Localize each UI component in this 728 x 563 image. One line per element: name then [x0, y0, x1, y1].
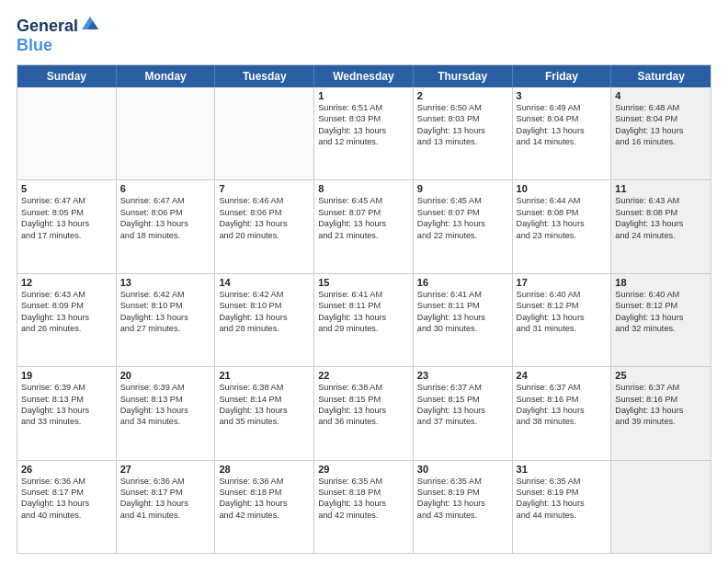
cell-line: Sunrise: 6:35 AM: [318, 476, 409, 487]
cell-line: Sunrise: 6:42 AM: [219, 289, 310, 300]
cell-line: Daylight: 13 hours: [21, 218, 112, 229]
cal-cell-day-13: 13Sunrise: 6:42 AMSunset: 8:10 PMDayligh…: [117, 274, 216, 366]
cell-line: Daylight: 13 hours: [517, 125, 608, 136]
cell-line: Sunset: 8:13 PM: [21, 394, 112, 405]
cell-line: and 20 minutes.: [219, 230, 310, 241]
day-number: 14: [219, 277, 310, 288]
cell-line: Sunset: 8:10 PM: [219, 300, 310, 311]
header: General Blue: [17, 17, 711, 55]
cell-line: and 32 minutes.: [615, 323, 707, 334]
cal-cell-day-18: 18Sunrise: 6:40 AMSunset: 8:12 PMDayligh…: [611, 274, 711, 366]
day-number: 25: [615, 370, 707, 381]
calendar: SundayMondayTuesdayWednesdayThursdayFrid…: [17, 64, 711, 554]
cell-line: Sunset: 8:12 PM: [517, 300, 608, 311]
calendar-row-1: 5Sunrise: 6:47 AMSunset: 8:05 PMDaylight…: [17, 180, 711, 273]
cal-cell-empty: [117, 87, 216, 179]
cell-line: Sunrise: 6:47 AM: [21, 195, 112, 206]
day-number: 6: [120, 183, 211, 194]
cal-cell-day-8: 8Sunrise: 6:45 AMSunset: 8:07 PMDaylight…: [314, 180, 414, 272]
day-number: 31: [517, 464, 608, 475]
cell-line: and 30 minutes.: [417, 323, 508, 334]
calendar-row-4: 26Sunrise: 6:36 AMSunset: 8:17 PMDayligh…: [17, 461, 711, 553]
cell-line: Sunset: 8:03 PM: [318, 113, 409, 124]
cell-line: and 14 minutes.: [517, 136, 608, 147]
header-day-sunday: Sunday: [17, 65, 117, 87]
cell-line: Sunrise: 6:36 AM: [219, 476, 310, 487]
day-number: 3: [517, 90, 608, 101]
cell-line: Sunrise: 6:51 AM: [318, 102, 409, 113]
cell-line: Daylight: 13 hours: [219, 405, 310, 416]
cell-line: Sunset: 8:08 PM: [615, 207, 707, 218]
day-number: 20: [120, 370, 211, 381]
calendar-row-3: 19Sunrise: 6:39 AMSunset: 8:13 PMDayligh…: [17, 367, 711, 460]
cell-line: Sunrise: 6:38 AM: [219, 382, 310, 393]
cell-line: Sunset: 8:09 PM: [21, 300, 112, 311]
cell-line: Daylight: 13 hours: [318, 405, 409, 416]
cell-line: and 17 minutes.: [21, 230, 112, 241]
cal-cell-day-16: 16Sunrise: 6:41 AMSunset: 8:11 PMDayligh…: [414, 274, 513, 366]
cell-line: Sunset: 8:15 PM: [318, 394, 409, 405]
cell-line: Sunset: 8:10 PM: [120, 300, 211, 311]
cell-line: and 39 minutes.: [615, 416, 707, 427]
cell-line: Sunset: 8:14 PM: [219, 394, 310, 405]
day-number: 12: [21, 277, 112, 288]
cell-line: Daylight: 13 hours: [417, 218, 508, 229]
cell-line: Sunrise: 6:39 AM: [120, 382, 211, 393]
cell-line: Sunrise: 6:50 AM: [417, 102, 508, 113]
day-number: 28: [219, 464, 310, 475]
cell-line: and 21 minutes.: [318, 230, 409, 241]
cell-line: and 26 minutes.: [21, 323, 112, 334]
cell-line: Daylight: 13 hours: [517, 498, 608, 509]
cell-line: Sunrise: 6:35 AM: [517, 476, 608, 487]
cell-line: Sunset: 8:12 PM: [615, 300, 707, 311]
day-number: 24: [517, 370, 608, 381]
cell-line: Sunrise: 6:37 AM: [417, 382, 508, 393]
cell-line: Sunset: 8:11 PM: [318, 300, 409, 311]
cell-line: Sunset: 8:16 PM: [615, 394, 707, 405]
cell-line: and 27 minutes.: [120, 323, 211, 334]
cell-line: Sunset: 8:04 PM: [517, 113, 608, 124]
cell-line: and 28 minutes.: [219, 323, 310, 334]
cell-line: Sunset: 8:06 PM: [120, 207, 211, 218]
cell-line: and 29 minutes.: [318, 323, 409, 334]
cal-cell-day-9: 9Sunrise: 6:45 AMSunset: 8:07 PMDaylight…: [414, 180, 513, 272]
cell-line: and 41 minutes.: [120, 510, 211, 521]
cell-line: Daylight: 13 hours: [219, 312, 310, 323]
cal-cell-day-1: 1Sunrise: 6:51 AMSunset: 8:03 PMDaylight…: [314, 87, 414, 179]
cell-line: Sunset: 8:04 PM: [615, 113, 707, 124]
cal-cell-day-3: 3Sunrise: 6:49 AMSunset: 8:04 PMDaylight…: [513, 87, 612, 179]
cell-line: Sunrise: 6:44 AM: [517, 195, 608, 206]
cell-line: and 13 minutes.: [417, 136, 508, 147]
cell-line: Sunset: 8:18 PM: [219, 487, 310, 498]
day-number: 17: [517, 277, 608, 288]
cal-cell-day-6: 6Sunrise: 6:47 AMSunset: 8:06 PMDaylight…: [117, 180, 216, 272]
cell-line: and 38 minutes.: [517, 416, 608, 427]
cell-line: and 35 minutes.: [219, 416, 310, 427]
cell-line: Sunrise: 6:47 AM: [120, 195, 211, 206]
cell-line: Sunrise: 6:42 AM: [120, 289, 211, 300]
cal-cell-empty: [17, 87, 117, 179]
cell-line: and 36 minutes.: [318, 416, 409, 427]
cell-line: and 34 minutes.: [120, 416, 211, 427]
cal-cell-day-29: 29Sunrise: 6:35 AMSunset: 8:18 PMDayligh…: [314, 461, 414, 553]
day-number: 19: [21, 370, 112, 381]
cell-line: Sunset: 8:06 PM: [219, 207, 310, 218]
cal-cell-day-20: 20Sunrise: 6:39 AMSunset: 8:13 PMDayligh…: [117, 367, 216, 459]
cell-line: Sunset: 8:11 PM: [417, 300, 508, 311]
cell-line: Daylight: 13 hours: [417, 498, 508, 509]
cell-line: and 43 minutes.: [417, 510, 508, 521]
cell-line: Sunrise: 6:48 AM: [615, 102, 707, 113]
cell-line: Daylight: 13 hours: [615, 218, 707, 229]
day-number: 29: [318, 464, 409, 475]
cell-line: Sunrise: 6:43 AM: [615, 195, 707, 206]
day-number: 2: [417, 90, 508, 101]
cal-cell-day-15: 15Sunrise: 6:41 AMSunset: 8:11 PMDayligh…: [314, 274, 414, 366]
cal-cell-day-31: 31Sunrise: 6:35 AMSunset: 8:19 PMDayligh…: [513, 461, 612, 553]
cell-line: Daylight: 13 hours: [417, 125, 508, 136]
header-day-friday: Friday: [513, 65, 612, 87]
cell-line: and 40 minutes.: [21, 510, 112, 521]
cell-line: Sunrise: 6:40 AM: [615, 289, 707, 300]
cell-line: Daylight: 13 hours: [318, 312, 409, 323]
cell-line: Sunset: 8:08 PM: [517, 207, 608, 218]
cell-line: Sunrise: 6:45 AM: [318, 195, 409, 206]
